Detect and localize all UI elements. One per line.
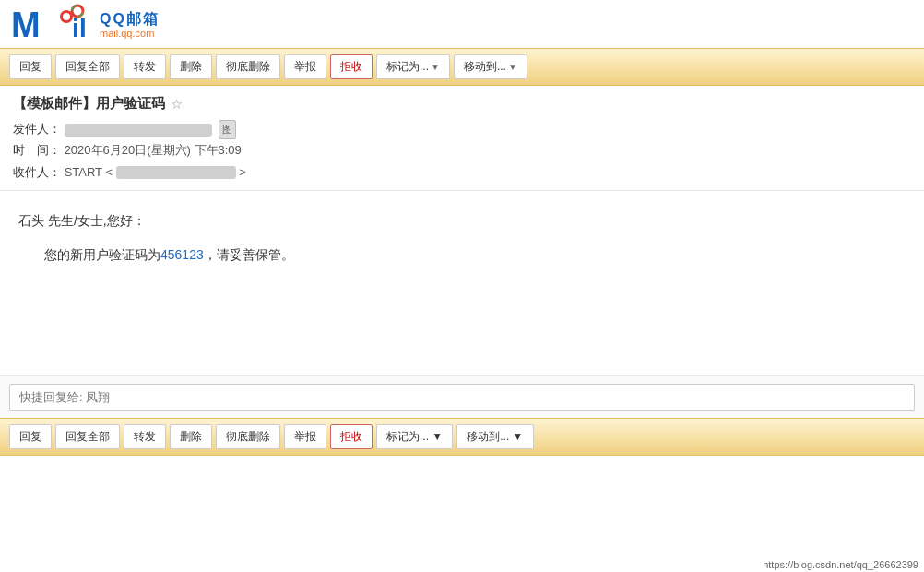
forward-button[interactable]: 转发 (124, 54, 166, 79)
sender-redacted (65, 124, 212, 137)
quick-reply-area (0, 375, 924, 418)
bottom-delete-perm-button[interactable]: 彻底删除 (216, 424, 280, 449)
verification-code: 456123 (160, 247, 204, 262)
bottom-reject-button[interactable]: 拒收 (330, 424, 373, 449)
delete-perm-button[interactable]: 彻底删除 (216, 54, 280, 79)
move-button[interactable]: 移动到... ▼ (454, 54, 527, 79)
email-info: 【模板邮件】用户验证码 ☆ 发件人： 图 时 间： 2020年6月20日(星期六… (0, 86, 924, 191)
svg-text:M: M (11, 6, 41, 44)
bottom-reply-button[interactable]: 回复 (9, 424, 52, 449)
svg-point-2 (63, 13, 70, 20)
svg-text:l: l (79, 14, 87, 42)
email-body: 石头 先生/女士,您好： 您的新用户验证码为456123，请妥善保管。 (0, 191, 924, 375)
quick-reply-input[interactable] (9, 384, 915, 411)
reply-button[interactable]: 回复 (9, 54, 52, 79)
sender-icon: 图 (219, 120, 236, 140)
sender-row: 发件人： 图 (13, 118, 911, 139)
bottom-forward-button[interactable]: 转发 (124, 424, 166, 449)
header: M i l QQ邮箱 mail.qq.com (0, 0, 924, 48)
logo: M i l QQ邮箱 mail.qq.com (9, 4, 194, 44)
email-content: 您的新用户验证码为456123，请妥善保管。 (18, 244, 906, 267)
email-subject: 【模板邮件】用户验证码 ☆ (13, 95, 911, 113)
mark-button[interactable]: 标记为... ▼ (376, 54, 450, 79)
top-toolbar: 回复 回复全部 转发 删除 彻底删除 举报 拒收 标记为... ▼ 移动到...… (0, 48, 924, 86)
recipient-redacted (116, 166, 236, 179)
bottom-delete-button[interactable]: 删除 (170, 424, 212, 449)
recipient-row: 收件人： START < > (13, 161, 911, 183)
mark-arrow-icon: ▼ (431, 62, 440, 72)
svg-text:QQ邮箱: QQ邮箱 (100, 11, 160, 27)
bottom-move-button[interactable]: 移动到... ▼ (456, 424, 533, 449)
bottom-move-arrow-icon: ▼ (513, 430, 524, 443)
svg-text:i: i (72, 14, 79, 42)
reject-button[interactable]: 拒收 (330, 54, 373, 79)
reply-all-button[interactable]: 回复全部 (55, 54, 120, 79)
delete-button[interactable]: 删除 (170, 54, 212, 79)
svg-text:mail.qq.com: mail.qq.com (100, 28, 154, 39)
bottom-mark-arrow-icon: ▼ (432, 430, 443, 443)
bottom-toolbar: 回复 回复全部 转发 删除 彻底删除 举报 拒收 标记为... ▼ 移动到...… (0, 418, 924, 456)
report-button[interactable]: 举报 (284, 54, 326, 79)
bottom-report-button[interactable]: 举报 (284, 424, 326, 449)
url-hint: https://blog.csdn.net/qq_26662399 (757, 557, 924, 572)
star-icon[interactable]: ☆ (171, 97, 183, 112)
time-row: 时 间： 2020年6月20日(星期六) 下午3:09 (13, 139, 911, 161)
bottom-reply-all-button[interactable]: 回复全部 (55, 424, 120, 449)
email-greeting: 石头 先生/女士,您好： (18, 209, 906, 232)
bottom-mark-button[interactable]: 标记为... ▼ (376, 424, 453, 449)
move-arrow-icon: ▼ (508, 62, 517, 72)
email-meta: 发件人： 图 时 间： 2020年6月20日(星期六) 下午3:09 收件人： … (13, 118, 911, 183)
